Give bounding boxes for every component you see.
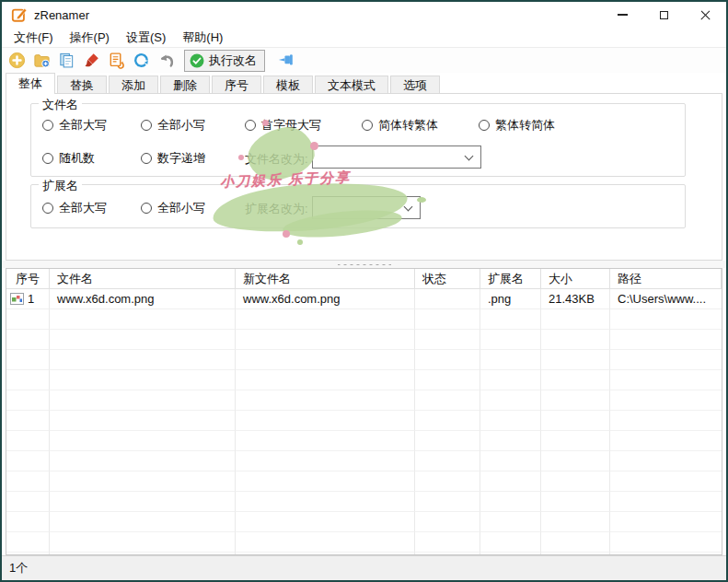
menu-bar: 文件(F) 操作(P) 设置(S) 帮助(H) bbox=[2, 28, 726, 48]
radio-icon bbox=[479, 120, 490, 131]
splitter-dots-icon bbox=[338, 263, 391, 266]
table-empty-row bbox=[6, 512, 722, 532]
radio-label: 简体转繁体 bbox=[378, 117, 438, 134]
menu-settings[interactable]: 设置(S) bbox=[118, 28, 174, 47]
execute-rename-label: 执行改名 bbox=[209, 52, 257, 69]
pin-button[interactable] bbox=[275, 51, 295, 71]
filename-groupbox: 文件名 全部大写 全部小写 首字母大写 简体转繁体 繁体转简体 bbox=[30, 103, 686, 177]
window-title: zRenamer bbox=[34, 8, 89, 22]
toolbar: 执行改名 bbox=[2, 48, 726, 73]
rename-refresh-button[interactable] bbox=[106, 51, 126, 71]
radio-filename-traditional-to-simplified[interactable]: 繁体转简体 bbox=[479, 117, 555, 134]
window-controls bbox=[602, 2, 726, 28]
extension-combobox[interactable] bbox=[312, 196, 421, 219]
radio-label: 全部大写 bbox=[59, 200, 107, 216]
radio-icon bbox=[141, 153, 152, 164]
cell-index: 1 bbox=[6, 289, 50, 309]
column-header-size[interactable]: 大小 bbox=[541, 269, 610, 289]
table-empty-row bbox=[6, 350, 722, 370]
radio-label: 首字母大写 bbox=[261, 117, 321, 134]
radio-filename-lowercase[interactable]: 全部小写 bbox=[141, 117, 205, 134]
tab-bar: 整体 替换 添加 删除 序号 模板 文本模式 选项 bbox=[2, 73, 726, 94]
radio-label: 全部大写 bbox=[59, 117, 107, 134]
cell-extension: .png bbox=[480, 289, 541, 309]
extension-rename-label: 扩展名改为: bbox=[245, 201, 308, 217]
undo-icon bbox=[157, 52, 175, 69]
menu-file[interactable]: 文件(F) bbox=[6, 28, 62, 47]
copy-list-icon bbox=[58, 52, 75, 69]
rename-refresh-icon bbox=[108, 52, 125, 69]
tab-add[interactable]: 添加 bbox=[109, 76, 158, 94]
column-header-status[interactable]: 状态 bbox=[415, 269, 480, 289]
radio-filename-increment[interactable]: 数字递增 bbox=[141, 150, 205, 167]
cell-new-filename: www.x6d.com.png bbox=[236, 289, 415, 309]
refresh-icon bbox=[133, 52, 150, 69]
radio-label: 全部小写 bbox=[157, 117, 205, 134]
minimize-button[interactable] bbox=[602, 2, 643, 28]
tab-options[interactable]: 选项 bbox=[390, 76, 440, 94]
maximize-button[interactable] bbox=[643, 2, 685, 28]
column-header-index[interactable]: 序号 bbox=[6, 269, 50, 289]
execute-rename-button[interactable]: 执行改名 bbox=[184, 50, 265, 72]
cell-path: C:\Users\www.... bbox=[610, 289, 722, 309]
menu-help[interactable]: 帮助(H) bbox=[174, 28, 231, 47]
tab-textmode[interactable]: 文本模式 bbox=[315, 76, 388, 94]
tab-panel-whole: 文件名 全部大写 全部小写 首字母大写 简体转繁体 繁体转简体 bbox=[6, 93, 722, 261]
add-folder-button[interactable] bbox=[31, 51, 52, 71]
minimize-icon bbox=[618, 14, 628, 16]
app-window: zRenamer 文件(F) 操作(P) 设置(S) 帮助(H) bbox=[0, 0, 728, 582]
radio-filename-simplified-to-traditional[interactable]: 简体转繁体 bbox=[362, 117, 438, 134]
radio-icon bbox=[42, 203, 53, 214]
tab-template[interactable]: 模板 bbox=[263, 76, 313, 94]
table-empty-row bbox=[6, 492, 722, 512]
radio-extension-uppercase[interactable]: 全部大写 bbox=[42, 200, 107, 216]
splitter-handle[interactable] bbox=[2, 261, 726, 268]
table-empty-row bbox=[6, 471, 722, 492]
row-index: 1 bbox=[28, 289, 34, 308]
column-header-new-filename[interactable]: 新文件名 bbox=[236, 269, 415, 289]
radio-label: 全部小写 bbox=[157, 200, 205, 216]
tab-replace[interactable]: 替换 bbox=[57, 76, 107, 94]
table-empty-row bbox=[6, 532, 722, 553]
clear-brush-icon bbox=[83, 52, 100, 69]
cell-size: 21.43KB bbox=[541, 289, 610, 309]
table-empty-rows bbox=[6, 309, 722, 555]
tab-whole[interactable]: 整体 bbox=[6, 73, 55, 94]
filename-combobox[interactable] bbox=[312, 146, 481, 169]
refresh-button[interactable] bbox=[131, 51, 151, 71]
maximize-icon bbox=[660, 11, 668, 19]
extension-group-title: 扩展名 bbox=[39, 178, 82, 194]
radio-filename-random[interactable]: 随机数 bbox=[42, 150, 95, 167]
table-empty-row bbox=[6, 431, 722, 451]
undo-button[interactable] bbox=[156, 51, 176, 71]
add-files-button[interactable] bbox=[6, 51, 27, 71]
close-button[interactable] bbox=[685, 2, 726, 28]
radio-extension-lowercase[interactable]: 全部小写 bbox=[141, 200, 205, 216]
cell-filename: www.x6d.com.png bbox=[50, 289, 236, 309]
clear-list-button[interactable] bbox=[81, 51, 101, 71]
table-row[interactable]: 1 www.x6d.com.png www.x6d.com.png .png 2… bbox=[6, 289, 722, 309]
table-empty-row bbox=[6, 390, 722, 411]
table-empty-row bbox=[6, 330, 722, 350]
chevron-down-icon bbox=[404, 203, 413, 212]
radio-filename-capitalize[interactable]: 首字母大写 bbox=[245, 117, 321, 134]
radio-filename-uppercase[interactable]: 全部大写 bbox=[42, 117, 107, 134]
radio-icon bbox=[42, 120, 53, 131]
tab-sequence[interactable]: 序号 bbox=[212, 76, 261, 94]
table-empty-row bbox=[6, 411, 722, 431]
file-thumbnail-icon bbox=[10, 293, 24, 305]
menu-operate[interactable]: 操作(P) bbox=[62, 28, 118, 47]
filename-group-title: 文件名 bbox=[39, 97, 82, 113]
column-header-path[interactable]: 路径 bbox=[610, 269, 722, 289]
item-count: 1个 bbox=[9, 560, 28, 576]
column-header-extension[interactable]: 扩展名 bbox=[480, 269, 541, 289]
radio-icon bbox=[42, 153, 53, 164]
extension-groupbox: 扩展名 全部大写 全部小写 扩展名改为: bbox=[30, 184, 686, 228]
table-empty-row bbox=[6, 309, 722, 330]
radio-label: 数字递增 bbox=[157, 150, 205, 167]
chevron-down-icon bbox=[465, 152, 474, 161]
tab-delete[interactable]: 删除 bbox=[160, 76, 210, 94]
title-bar: zRenamer bbox=[2, 2, 726, 28]
column-header-filename[interactable]: 文件名 bbox=[50, 269, 236, 289]
copy-list-button[interactable] bbox=[56, 51, 76, 71]
